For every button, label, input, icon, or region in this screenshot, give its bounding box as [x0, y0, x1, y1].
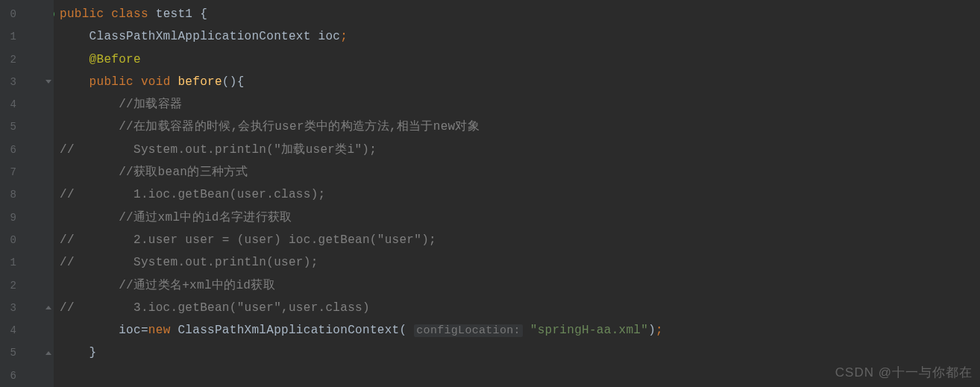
fold-close-icon[interactable]	[45, 350, 51, 356]
keyword: void	[141, 75, 178, 89]
line-number: 4	[0, 319, 21, 342]
type-name: ClassPathXmlApplicationContext	[89, 30, 311, 43]
line-number: 1	[0, 25, 21, 48]
watermark: CSDN @十一与你都在	[835, 364, 973, 381]
line-number: 3	[0, 71, 21, 93]
code-line[interactable]: //通过类名+xml中的id获取	[60, 274, 980, 297]
line-number: 5	[0, 116, 21, 138]
brace: }	[89, 346, 97, 359]
annotation: @Before	[89, 53, 141, 66]
paren: )	[648, 324, 656, 337]
line-number: 1	[0, 251, 21, 274]
comment: //在加载容器的时候,会执行user类中的构造方法,相当于new对象	[119, 120, 480, 133]
comment: // 1.ioc.getBean(user.class);	[60, 188, 325, 201]
line-number: 6	[0, 365, 21, 387]
semicolon: ;	[656, 324, 663, 337]
fold-column	[43, 0, 54, 387]
line-number: 0	[0, 229, 21, 251]
code-line[interactable]: @Before	[60, 48, 980, 71]
code-line[interactable]: // 2.user user = (user) ioc.getBean("use…	[60, 229, 980, 251]
code-line[interactable]: }	[60, 342, 980, 364]
line-number: 5	[0, 342, 21, 364]
semicolon: ;	[340, 30, 348, 43]
keyword: public	[89, 75, 141, 89]
comment: // 2.user user = (user) ioc.getBean("use…	[60, 233, 436, 247]
line-number: 9	[0, 207, 21, 229]
comment: // System.out.println("加载user类i");	[60, 143, 377, 157]
class-name: test1	[156, 7, 193, 21]
code-line[interactable]: //加载容器	[60, 93, 980, 116]
comment: // System.out.println(user);	[60, 256, 318, 269]
line-number: 3	[0, 297, 21, 319]
code-line[interactable]: public void before(){	[60, 71, 980, 93]
code-line[interactable]: //通过xml中的id名字进行获取	[60, 207, 980, 229]
line-number: 8	[0, 183, 21, 206]
fold-open-icon[interactable]	[45, 11, 51, 17]
code-line[interactable]: // 3.ioc.getBean("user",user.class)	[60, 297, 980, 319]
code-editor: 0 1 2 3 4 5 6 7 8 9 0 1 2 3 4 5 6	[0, 0, 980, 387]
line-number-gutter: 0 1 2 3 4 5 6 7 8 9 0 1 2 3 4 5 6	[0, 0, 21, 387]
line-number: 2	[0, 274, 21, 297]
code-line[interactable]: //获取bean的三种方式	[60, 161, 980, 183]
method-name: before	[178, 75, 222, 89]
code-line[interactable]: //在加载容器的时候,会执行user类中的构造方法,相当于new对象	[60, 116, 980, 138]
line-number: 7	[0, 161, 21, 183]
constructor: ClassPathXmlApplicationContext(	[178, 324, 406, 337]
code-line[interactable]: // System.out.println("加载user类i");	[60, 139, 980, 161]
fold-close-icon[interactable]	[45, 305, 51, 311]
gutter-icons-column	[21, 0, 43, 387]
parameter-hint: configLocation:	[414, 324, 523, 337]
code-area[interactable]: public class test1 { ClassPathXmlApplica…	[54, 0, 980, 387]
fold-open-icon[interactable]	[45, 79, 51, 85]
line-number: 0	[0, 3, 21, 25]
brace: {	[192, 7, 207, 21]
line-number: 4	[0, 93, 21, 116]
variable: ioc=	[119, 324, 148, 337]
code-line[interactable]: ClassPathXmlApplicationContext ioc;	[60, 25, 980, 48]
comment: //通过类名+xml中的id获取	[119, 279, 275, 292]
comment: //通过xml中的id名字进行获取	[119, 211, 292, 224]
line-number: 6	[0, 139, 21, 161]
string-literal: "springH-aa.xml"	[523, 324, 648, 337]
variable: ioc	[311, 30, 341, 43]
keyword: new	[148, 324, 178, 337]
line-number: 2	[0, 48, 21, 71]
code-line[interactable]: ioc=new ClassPathXmlApplicationContext( …	[60, 319, 980, 342]
code-line[interactable]: // System.out.println(user);	[60, 251, 980, 274]
code-line[interactable]: // 1.ioc.getBean(user.class);	[60, 183, 980, 206]
keyword: public class	[60, 7, 156, 21]
comment: // 3.ioc.getBean("user",user.class)	[60, 301, 370, 315]
code-line[interactable]: public class test1 {	[60, 3, 980, 25]
comment: //获取bean的三种方式	[119, 166, 248, 179]
paren-brace: (){	[222, 75, 245, 89]
comment: //加载容器	[119, 98, 182, 111]
